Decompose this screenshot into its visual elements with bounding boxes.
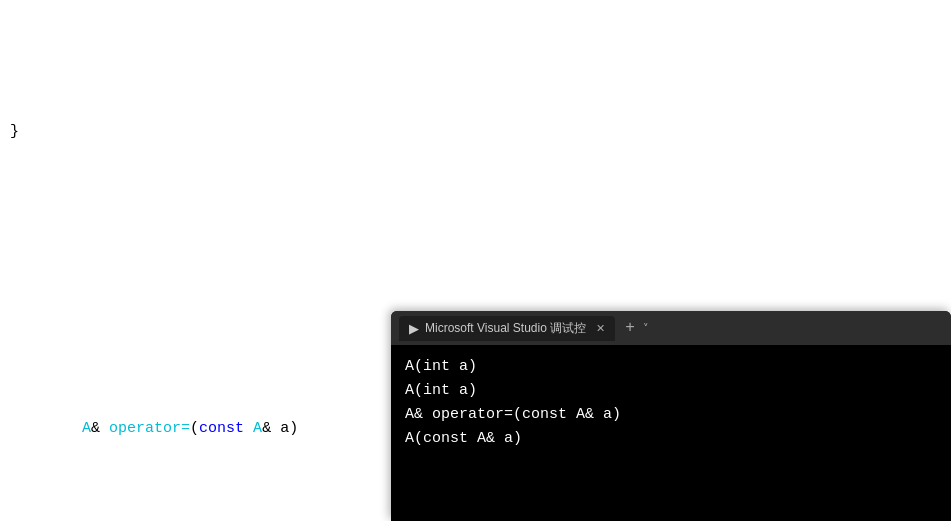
terminal-output-line-3: A& operator=(const A& a) — [405, 403, 937, 427]
terminal-overlay: ▶ Microsoft Visual Studio 调试控 ✕ + ˅ A(in… — [391, 311, 951, 521]
terminal-dropdown-button[interactable]: ˅ — [643, 322, 649, 335]
terminal-add-tab-button[interactable]: + — [625, 319, 635, 337]
terminal-output-line-2: A(int a) — [405, 379, 937, 403]
terminal-titlebar: ▶ Microsoft Visual Studio 调试控 ✕ + ˅ — [391, 311, 951, 345]
terminal-body: A(int a) A(int a) A& operator=(const A& … — [391, 345, 951, 521]
code-line — [0, 253, 951, 280]
terminal-icon: ▶ — [409, 321, 419, 336]
editor-area: } A& operator=(const A& a) { cout << "A&… — [0, 0, 951, 521]
terminal-tab[interactable]: ▶ Microsoft Visual Studio 调试控 ✕ — [399, 316, 615, 341]
terminal-title: Microsoft Visual Studio 调试控 — [425, 320, 586, 337]
terminal-output-line-1: A(int a) — [405, 355, 937, 379]
code-line: } — [0, 118, 951, 145]
terminal-close-button[interactable]: ✕ — [596, 322, 605, 335]
terminal-output-line-4: A(const A& a) — [405, 427, 937, 451]
